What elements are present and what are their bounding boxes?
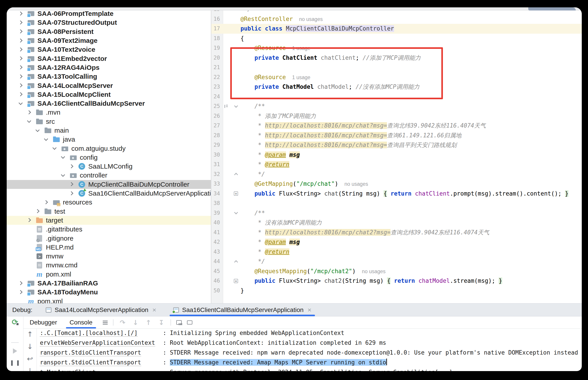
- tree-item[interactable]: SaaLLMConfig: [7, 162, 211, 171]
- rerun-icon[interactable]: [11, 318, 19, 326]
- code-line[interactable]: 33 @GetMapping("/mcp/chat")no usages: [211, 179, 582, 189]
- step-into-icon[interactable]: [132, 319, 139, 326]
- pause-icon[interactable]: [11, 359, 19, 367]
- code-line[interactable]: 28 * http://localhost:8016/mcp/chat?msg=…: [211, 131, 582, 140]
- tree-item[interactable]: .gitignore: [7, 234, 211, 243]
- layout-settings-icon[interactable]: [187, 321, 192, 324]
- code-line[interactable]: 16@RestControllerno usages: [211, 14, 582, 24]
- code-line[interactable]: 15 */: [211, 10, 582, 14]
- tab-console[interactable]: Console: [63, 316, 99, 328]
- code-editor[interactable]: 15 */16@RestControllerno usages17public …: [211, 10, 582, 303]
- code-line[interactable]: 29 * http://localhost:8016/mcp/chat?msg=…: [211, 140, 582, 150]
- chevron-right-icon[interactable]: [16, 18, 25, 27]
- tree-item[interactable]: pom.xml: [7, 297, 211, 304]
- tree-item[interactable]: mvnw: [7, 252, 211, 261]
- tree-item[interactable]: SAA-09Text2image: [7, 36, 211, 45]
- code-line[interactable]: 50}: [211, 286, 582, 296]
- fold-open-icon[interactable]: [234, 210, 238, 214]
- console-line[interactable]: ransport.StdioClientTransport : STDERR M…: [40, 358, 582, 367]
- tree-item[interactable]: McpClientCallBaiDuMcpController: [7, 180, 211, 189]
- code-line[interactable]: 17public class McpClientCallBaiDuMcpCont…: [211, 24, 582, 34]
- soft-wrap-icon[interactable]: [26, 355, 34, 363]
- tree-item[interactable]: SAA-16ClientCallBaiduMcpServer: [7, 99, 211, 108]
- run-tab-saa16[interactable]: Saa16ClientCallBaiduMcpServerApplication…: [169, 304, 316, 316]
- chevron-down-icon[interactable]: [50, 144, 59, 153]
- settings-wrench-icon[interactable]: [11, 330, 19, 338]
- fold-close-icon[interactable]: [234, 260, 238, 264]
- tree-item[interactable]: mvnw.cmd: [7, 261, 211, 270]
- tree-item[interactable]: SAA-14LocalMcpServer: [7, 81, 211, 90]
- step-out-icon[interactable]: [145, 319, 152, 326]
- chevron-right-icon[interactable]: [66, 180, 76, 189]
- code-line[interactable]: 32 */: [211, 170, 582, 179]
- console-output[interactable]: :.C.[Tomcat].[localhost].[/] : Initializ…: [37, 328, 582, 371]
- tree-item[interactable]: SAA-15LocalMcpClient: [7, 90, 211, 99]
- chevron-right-icon[interactable]: [16, 10, 25, 18]
- close-icon[interactable]: ×: [152, 306, 156, 314]
- code-line[interactable]: 25 /**: [211, 101, 582, 111]
- chevron-right-icon[interactable]: [16, 279, 25, 288]
- chevron-down-icon[interactable]: [58, 171, 68, 180]
- chevron-down-icon[interactable]: [16, 99, 25, 108]
- evaluate-icon[interactable]: [176, 320, 182, 325]
- tree-item[interactable]: pom.xml: [7, 270, 211, 279]
- run-tab-saa14[interactable]: Saa14LocalMcpServerApplication ×: [41, 304, 161, 316]
- code-line[interactable]: 19 @Resource1 usage: [211, 43, 582, 53]
- editor-top-scrollbar-thumb[interactable]: [528, 7, 576, 10]
- chevron-right-icon[interactable]: [41, 198, 51, 207]
- fold-plus-icon[interactable]: [234, 279, 238, 283]
- chevron-right-icon[interactable]: [16, 72, 25, 81]
- scroll-to-end-icon[interactable]: [26, 367, 34, 371]
- chevron-right-icon[interactable]: [16, 63, 25, 72]
- run-to-cursor-icon[interactable]: [158, 319, 165, 326]
- code-line[interactable]: 22 @Resource1 usage: [211, 73, 582, 82]
- chevron-right-icon[interactable]: [66, 162, 76, 171]
- chevron-right-icon[interactable]: [16, 288, 25, 297]
- code-line[interactable]: 20 private ChatClient chatClient; //添加了M…: [211, 53, 582, 63]
- code-line[interactable]: 44 */: [211, 257, 582, 266]
- chevron-right-icon[interactable]: [16, 81, 25, 90]
- view-options-icon[interactable]: [103, 321, 108, 324]
- code-line[interactable]: 46 public Flux<String> chat2(String msg)…: [211, 276, 582, 286]
- code-line[interactable]: 38: [211, 198, 582, 208]
- chevron-right-icon[interactable]: [33, 207, 42, 216]
- render-icon[interactable]: [224, 105, 228, 108]
- tree-item[interactable]: SAA-08Persistent: [7, 27, 211, 36]
- tree-item[interactable]: SAA-06PromptTemplate: [7, 10, 211, 18]
- code-line[interactable]: 18{: [211, 34, 582, 43]
- tree-item[interactable]: SAA-11Embed2vector: [7, 54, 211, 63]
- fold-close-icon[interactable]: [234, 173, 238, 177]
- down-stack-icon[interactable]: [26, 343, 34, 350]
- code-line[interactable]: 26 * 添加了MCP调用能力: [211, 111, 582, 121]
- tree-item[interactable]: controller: [7, 171, 211, 180]
- tree-item[interactable]: SAA-13ToolCalling: [7, 72, 211, 81]
- tree-item[interactable]: main: [7, 126, 211, 135]
- code-line[interactable]: 42 * @param msg: [211, 237, 582, 247]
- code-line[interactable]: 40 * 没有添加MCP调用能力: [211, 218, 582, 228]
- console-line[interactable]: t.McpAsyncClient : Server response with …: [40, 367, 582, 371]
- chevron-right-icon[interactable]: [16, 27, 25, 36]
- tree-item[interactable]: SAA-12RAG4AiOps: [7, 63, 211, 72]
- code-line[interactable]: 30 * @param msg: [211, 150, 582, 160]
- code-line[interactable]: 39 /**: [211, 208, 582, 218]
- console-line[interactable]: ransport.StdioClientTransport : STDERR M…: [40, 348, 582, 358]
- chevron-right-icon[interactable]: [24, 216, 34, 225]
- up-stack-icon[interactable]: [26, 330, 34, 338]
- code-line[interactable]: 21: [211, 63, 582, 73]
- tree-item[interactable]: resources: [7, 198, 211, 207]
- tree-item[interactable]: java: [7, 135, 211, 144]
- tree-item[interactable]: .mvn: [7, 108, 211, 117]
- tree-item[interactable]: SAA-17BailianRAG: [7, 279, 211, 288]
- console-line[interactable]: :.C.[Tomcat].[localhost].[/] : Initializ…: [40, 328, 582, 338]
- chevron-right-icon[interactable]: [16, 54, 25, 63]
- tree-item[interactable]: .gitattributes: [7, 225, 211, 234]
- step-over-icon[interactable]: [119, 319, 126, 326]
- chevron-right-icon[interactable]: [16, 45, 25, 54]
- chevron-down-icon[interactable]: [58, 153, 68, 162]
- tree-item[interactable]: com.atguigu.study: [7, 144, 211, 153]
- tree-item[interactable]: target: [7, 216, 211, 225]
- tree-item[interactable]: SAA-10Text2voice: [7, 45, 211, 54]
- tree-item[interactable]: HELP.md: [7, 243, 211, 252]
- chevron-right-icon[interactable]: [16, 36, 25, 45]
- close-icon[interactable]: ×: [308, 306, 312, 314]
